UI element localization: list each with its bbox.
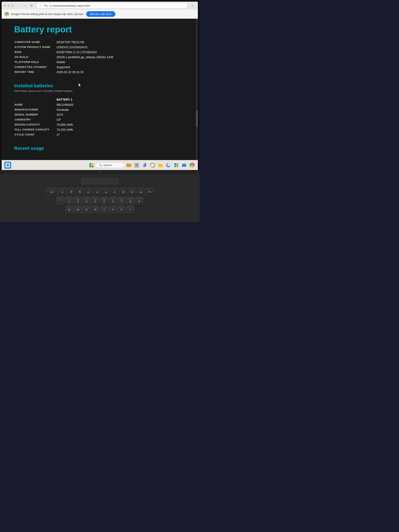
key-7[interactable]: & 7	[118, 197, 126, 205]
key-4[interactable]: $ 4	[91, 197, 99, 205]
taskbar-icon-edge[interactable]	[165, 162, 172, 169]
key-i[interactable]: I	[126, 206, 134, 214]
screen-bottom-bezel	[0, 170, 200, 174]
system-info-row: PLATFORM ROLEMobile	[14, 60, 185, 64]
back-button[interactable]: ←	[15, 3, 21, 8]
system-info-value: Mobile	[57, 60, 185, 64]
key-f2[interactable]: ◀◀ F2	[67, 188, 75, 196]
forward-button[interactable]: →	[22, 3, 28, 8]
svg-point-9	[145, 163, 146, 165]
svg-rect-16	[158, 165, 163, 167]
svg-rect-18	[174, 163, 176, 165]
taskbar-icon-folder[interactable]	[157, 162, 164, 169]
taskbar-icon-teams[interactable]	[141, 162, 148, 169]
key-f6[interactable]: ☼+ F6	[102, 188, 110, 196]
svg-rect-20	[174, 165, 176, 167]
battery-info-value: 5B11H56402	[57, 102, 185, 107]
key-r[interactable]: R	[91, 206, 99, 214]
key-f11[interactable]: F11	[146, 188, 154, 196]
battery-info-value: 74,320 mWh	[57, 127, 185, 132]
keyboard-area: FnLock Esc ⊡ F1 ◀◀ F2 ▶▶ F3 ✕ F4	[0, 174, 200, 222]
key-8[interactable]: * 8	[126, 197, 134, 205]
touchpad[interactable]	[81, 178, 119, 184]
scrollbar-track[interactable]	[196, 19, 198, 160]
screen-bezel: ← → ↻ 📄 Tệp C:/Users/Kentr/battery-repor…	[0, 0, 200, 170]
taskbar-icon-chrome[interactable]	[189, 162, 195, 169]
key-9[interactable]: ( 9	[135, 197, 143, 205]
battery-info-table: BATTERY 1 NAME5B11H56402MANUFACTURERSunw…	[14, 97, 185, 137]
window-min-btn	[7, 4, 10, 7]
key-u[interactable]: U	[118, 206, 126, 214]
taskbar-icon-explorer[interactable]	[126, 162, 132, 169]
nav-buttons: ← → ↻	[15, 3, 34, 8]
touchpad-area	[6, 178, 193, 184]
system-info-label: REPORT TIME	[14, 70, 56, 74]
system-info-label: SYSTEM PRODUCT NAME	[14, 45, 56, 50]
key-t[interactable]: T	[100, 206, 108, 214]
key-3[interactable]: # 3	[83, 197, 91, 205]
svg-rect-6	[127, 164, 129, 164]
taskbar-icon-mail[interactable]	[181, 162, 187, 169]
taskbar-search[interactable]: 🔍 Search	[95, 162, 125, 168]
widgets-button[interactable]	[4, 162, 11, 169]
svg-rect-0	[89, 163, 91, 165]
chrome-logo-icon	[5, 12, 9, 16]
battery-info-value: 3274	[57, 112, 185, 117]
key-f5[interactable]: ☼− F5	[93, 188, 101, 196]
battery-info-value: 17	[57, 132, 185, 137]
taskbar-icons	[126, 162, 195, 169]
battery-info-label: DESIGN CAPACITY	[14, 122, 56, 127]
svg-rect-1	[92, 163, 94, 165]
battery-info-row: NAME5B11H56402	[14, 102, 185, 107]
svg-rect-21	[177, 165, 178, 167]
key-f8[interactable]: Mode F8	[120, 188, 127, 196]
key-w[interactable]: W	[74, 206, 82, 214]
taskbar-icon-store[interactable]	[173, 162, 180, 169]
scrollbar-thumb[interactable]	[196, 111, 198, 127]
address-bar[interactable]: 📄 Tệp C:/Users/Kentr/battery-report.html	[36, 3, 188, 8]
key-f4[interactable]: ✕ F4	[85, 188, 93, 196]
svg-rect-12	[145, 165, 146, 166]
system-info-row: CONNECTED STANDBYSupported	[14, 65, 185, 70]
number-key-row: ~ ` ! 1 @ 2 # 3 $ 4	[57, 197, 143, 205]
key-esc[interactable]: FnLock Esc	[46, 188, 57, 196]
system-info-label: COMPUTER NAME	[14, 40, 56, 44]
battery-info-label: FULL CHARGE CAPACITY	[14, 127, 56, 132]
key-1[interactable]: ! 1	[65, 197, 73, 205]
function-key-row: FnLock Esc ⊡ F1 ◀◀ F2 ▶▶ F3 ✕ F4	[46, 188, 154, 196]
svg-rect-17	[158, 164, 160, 165]
url-text: C:/Users/Kentr/battery-report.html	[50, 4, 90, 7]
search-text: Search	[103, 164, 112, 167]
key-f3[interactable]: ▶▶ F3	[76, 188, 84, 196]
key-q[interactable]: Q	[65, 206, 73, 214]
system-info-row: OS BUILD26100.1.amd64fre.ge_release.2403…	[14, 55, 185, 59]
set-default-button[interactable]: Đặt làm mặc định	[86, 11, 115, 17]
svg-rect-22	[182, 164, 186, 167]
system-info-table: COMPUTER NAMEDESKTOP-TBCG769SYSTEM PRODU…	[14, 39, 185, 75]
svg-rect-3	[92, 165, 94, 167]
key-5[interactable]: % 5	[100, 197, 108, 205]
system-info-label: OS BUILD	[14, 55, 56, 59]
key-f9[interactable]: PrtSc F9	[128, 188, 136, 196]
key-y[interactable]: Y	[109, 206, 117, 214]
system-info-row: BIOSR2DET30W (1.15 ) 07/26/2024	[14, 50, 185, 54]
battery-info-value: 75,000 mWh	[57, 122, 185, 127]
system-info-row: REPORT TIME2025-02-22 05:31:33	[14, 70, 185, 74]
key-f1[interactable]: ⊡ F1	[58, 188, 66, 196]
svg-rect-8	[135, 164, 138, 166]
installed-batteries-subtitle: Information about each currently install…	[14, 89, 185, 93]
key-2[interactable]: @ 2	[74, 197, 82, 205]
refresh-button[interactable]: ↻	[29, 3, 34, 8]
key-f10[interactable]: ⊡ F10	[137, 188, 145, 196]
key-6[interactable]: ^ 6	[109, 197, 117, 205]
windows-start-button[interactable]	[88, 162, 95, 169]
battery-col-label	[14, 97, 56, 102]
key-tilde[interactable]: ~ `	[57, 197, 64, 205]
bookmark-button[interactable]: ☆	[190, 3, 196, 8]
battery-info-row: CYCLE COUNT17	[14, 132, 185, 137]
key-e[interactable]: E	[83, 206, 91, 214]
taskbar-icon-app1[interactable]	[149, 162, 156, 169]
taskbar-icon-snip[interactable]	[133, 162, 140, 169]
key-f7[interactable]: ⊞ F7	[111, 188, 119, 196]
battery-info-label: MANUFACTURER	[14, 108, 56, 112]
